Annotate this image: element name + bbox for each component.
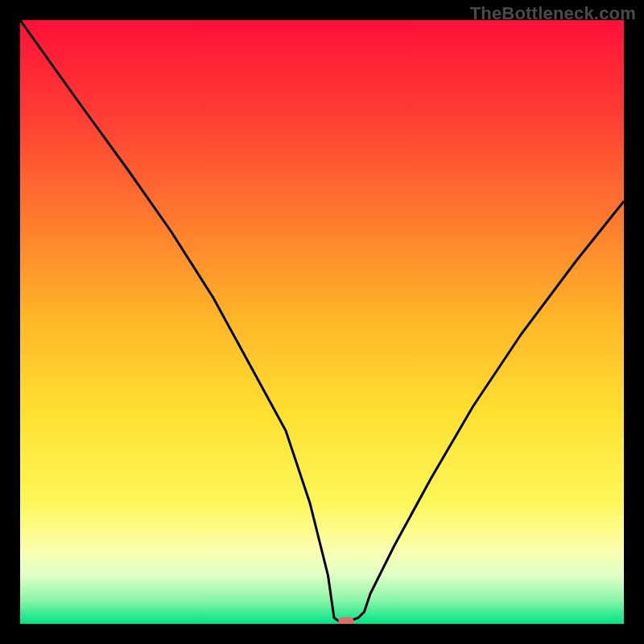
chart-background xyxy=(20,20,624,624)
chart-frame: TheBottleneck.com xyxy=(0,0,644,644)
chart-svg xyxy=(20,20,624,624)
plot-area xyxy=(20,20,624,624)
optimal-marker xyxy=(338,617,354,624)
